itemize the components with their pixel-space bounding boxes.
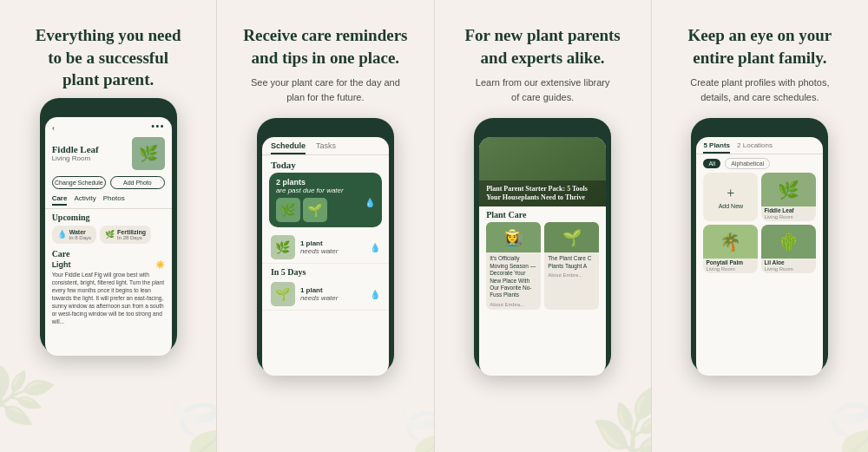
plant-img-2: 🌱 [271, 282, 295, 306]
panel-4-subtext: Create plant profiles with photos, detai… [690, 75, 829, 104]
tab-activity[interactable]: Activity [74, 194, 95, 206]
check-icon-2[interactable]: 💧 [370, 290, 380, 299]
fiddle-img: 🌿 [761, 173, 816, 206]
article-grid: 👩‍🌾 It's Officially Moving Season — Deco… [479, 222, 606, 310]
plant-count-2: 1 plant [300, 286, 365, 294]
plant-count-1: 1 plant [300, 239, 365, 247]
upcoming-title: Upcoming [45, 209, 172, 224]
phone-frame-4: 5 Plants 2 Locations All Alphabetical + … [691, 118, 828, 374]
plant-info: Fiddle Leaf Living Room [52, 144, 127, 162]
aloe-img: 🌵 [761, 225, 816, 259]
overdue-plant-images: 🌿 🌱 💧 [276, 198, 375, 222]
plant-room: Living Room [52, 154, 127, 162]
panel-3: 🌿 For new plant parents and experts alik… [434, 0, 651, 452]
plant-care-section: Plant Care [479, 206, 606, 222]
water-drop-icon: 💧 [365, 198, 375, 222]
phone-screen-4: 5 Plants 2 Locations All Alphabetical + … [696, 137, 823, 376]
add-plant-cell[interactable]: + Add New [703, 173, 758, 221]
plant-status-1: needs water [300, 247, 365, 255]
water-info: Water In 8 Days [69, 229, 91, 240]
phone-frame-3: Plant Parent Starter Pack: 5 Tools Your … [474, 118, 611, 374]
phone-screen-2: Schedule Tasks Today 2 plants are past d… [262, 137, 389, 376]
filter-all[interactable]: All [703, 159, 720, 168]
panel-2: 🍃 Receive care reminders and tips in one… [216, 0, 433, 452]
plant-status-2: needs water [300, 294, 365, 302]
hero-image: Plant Parent Starter Pack: 5 Tools Your … [479, 137, 606, 206]
overdue-label: are past due for water [276, 187, 344, 194]
tab-schedule[interactable]: Schedule [271, 141, 306, 154]
aloe-room: Living Room [761, 266, 816, 273]
family-tabs: 5 Plants 2 Locations [696, 137, 823, 154]
plant-row-2: 🌱 1 plant needs water 💧 [262, 278, 389, 311]
fiddle-room: Living Room [761, 214, 816, 221]
phone-notch-4 [742, 127, 777, 133]
upcoming-cards: 💧 Water In 8 Days 🌿 Fertilizing In 28 Da… [45, 224, 172, 246]
panel-3-headline: For new plant parents and experts alike. [464, 24, 620, 69]
leaf-decoration-3: 🌿 [585, 382, 651, 452]
five-days-label: In 5 Days [262, 264, 389, 278]
more-icon[interactable]: ••• [151, 121, 165, 134]
plant-image-1: 🌿 [276, 198, 300, 222]
plant-cell-ponytail[interactable]: 🌴 Ponytail Palm Living Room [703, 225, 758, 273]
panel-4: 🍃 Keep an eye on your entire plant famil… [651, 0, 868, 452]
plant-info-row: Fiddle Leaf Living Room 🌿 [45, 135, 172, 174]
change-schedule-button[interactable]: Change Schedule [52, 176, 107, 189]
fertilize-label: Fertilizing [117, 229, 146, 235]
plant-image-2: 🌱 [303, 198, 327, 222]
upcoming-card-water: 💧 Water In 8 Days [52, 226, 96, 244]
plant-grid: + Add New 🌿 Fiddle Leaf Living Room 🌴 Po… [696, 173, 823, 273]
fertilize-icon: 🌿 [105, 230, 115, 239]
tab-tasks[interactable]: Tasks [316, 141, 336, 154]
plant-cell-fiddle[interactable]: 🌿 Fiddle Leaf Living Room [761, 173, 816, 221]
sun-icon: ☀️ [155, 260, 165, 269]
overdue-count: 2 plants [276, 178, 306, 187]
back-icon[interactable]: ‹ [52, 122, 55, 132]
plant-info-1: 1 plant needs water [300, 239, 365, 255]
water-icon: 💧 [57, 230, 67, 239]
overdue-alert-card: 2 plants are past due for water 🌿 🌱 💧 [269, 173, 382, 227]
check-icon-1[interactable]: 💧 [370, 243, 380, 252]
ponytail-name: Ponytail Palm [703, 259, 758, 266]
aloe-name: Lil Aloe [761, 259, 816, 266]
tab-care[interactable]: Care [52, 194, 68, 206]
panel-1: 🍃 🌿 Everything you need to be a successf… [0, 0, 216, 452]
tab-photos[interactable]: Photos [103, 194, 125, 206]
article-2[interactable]: 🌱 The Plant Care C Plants Taught A About… [544, 222, 599, 310]
ponytail-room: Living Room [703, 266, 758, 273]
article-image-1: 👩‍🌾 [486, 222, 541, 252]
phone-frame-1: ‹ ••• Fiddle Leaf Living Room 🌿 Change S… [40, 98, 177, 354]
light-section-title: Light ☀️ [45, 259, 172, 270]
phone-notch-2 [308, 127, 343, 133]
tab-2-locations[interactable]: 2 Locations [737, 141, 773, 154]
filter-row: All Alphabetical [696, 154, 823, 173]
schedule-tabs: Schedule Tasks [262, 137, 389, 155]
article-sub-2: About Embra... [544, 272, 599, 280]
panel-3-subtext: Learn from our extensive library of care… [476, 75, 610, 104]
article-sub-1: About Embra... [486, 302, 541, 310]
action-buttons: Change Schedule Add Photo [45, 174, 172, 192]
plant-row-1: 🌿 1 plant needs water 💧 [262, 232, 389, 264]
today-section: Today [262, 155, 389, 173]
upcoming-card-fertilize: 🌿 Fertilizing In 28 Days [100, 226, 151, 244]
screen1-header: ‹ ••• [45, 117, 172, 135]
phone-frame-2: Schedule Tasks Today 2 plants are past d… [257, 118, 394, 374]
fiddle-name: Fiddle Leaf [761, 206, 816, 214]
article-1[interactable]: 👩‍🌾 It's Officially Moving Season — Deco… [486, 222, 541, 310]
tab-5-plants[interactable]: 5 Plants [703, 141, 730, 154]
fertilize-sublabel: In 28 Days [117, 235, 146, 240]
fertilize-info: Fertilizing In 28 Days [117, 229, 146, 240]
leaf-decoration-2: 🍃 [374, 388, 433, 452]
plant-name: Fiddle Leaf [52, 144, 127, 154]
ponytail-img: 🌴 [703, 225, 758, 259]
add-photo-button[interactable]: Add Photo [110, 176, 165, 189]
article-title-1: It's Officially Moving Season — Decorate… [486, 252, 541, 302]
water-label: Water [69, 229, 91, 235]
article-image-2: 🌱 [544, 222, 599, 252]
add-plus-icon: + [727, 186, 734, 201]
plant-cell-aloe[interactable]: 🌵 Lil Aloe Living Room [761, 225, 816, 273]
water-sublabel: In 8 Days [69, 235, 91, 240]
filter-alphabetical[interactable]: Alphabetical [725, 158, 770, 169]
plant-thumbnail: 🌿 [132, 137, 165, 170]
care-title: Care [45, 246, 172, 259]
panel-4-headline: Keep an eye on your entire plant family. [688, 24, 832, 69]
